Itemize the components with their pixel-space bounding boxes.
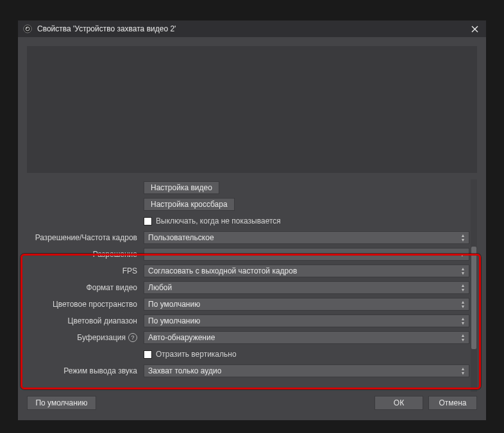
updown-icon: ▲▼ [459, 366, 467, 376]
updown-icon: ▲▼ [459, 266, 467, 276]
video-format-value: Любой [148, 283, 172, 292]
window-title: Свойства 'Устройство захвата видео 2' [37, 24, 463, 33]
close-icon [471, 26, 478, 33]
dialog-footer: По умолчанию ОК Отмена [27, 392, 477, 411]
resolution-select[interactable]: ⌄ [144, 248, 469, 261]
row-color-range: Цветовой диапазон По умолчанию ▲▼ [27, 313, 469, 329]
flip-vertical-checkbox[interactable] [144, 350, 152, 359]
audio-output-mode-value: Захват только аудио [148, 366, 221, 375]
buffering-value: Авто-обнаружение [148, 333, 215, 342]
settings-scroll-area: Настройка видео Настройка кроссбара Выкл… [27, 179, 477, 392]
color-space-value: По умолчанию [148, 300, 200, 309]
turn-off-hidden-checkbox[interactable] [144, 217, 152, 225]
row-turn-off-hidden: Выключать, когда не показывается [27, 213, 469, 229]
updown-icon: ▲▼ [459, 282, 467, 293]
row-video-format: Формат видео Любой ▲▼ [27, 279, 469, 296]
properties-dialog: Свойства 'Устройство захвата видео 2' На… [18, 20, 486, 420]
video-settings-button[interactable]: Настройка видео [144, 181, 219, 194]
video-preview [27, 46, 477, 173]
color-range-value: По умолчанию [148, 316, 200, 325]
row-buffering: Буферизация ? Авто-обнаружение ▲▼ [27, 329, 469, 346]
label-resolution: Разрешение [27, 250, 139, 259]
label-audio-output-mode: Режим вывода звука [27, 366, 139, 375]
scrollbar[interactable] [471, 179, 477, 392]
updown-icon: ▲▼ [459, 299, 467, 309]
fps-select[interactable]: Согласовать с выходной частотой кадров ▲… [144, 265, 469, 277]
fps-value: Согласовать с выходной частотой кадров [148, 266, 297, 275]
label-fps: FPS [27, 266, 139, 275]
svg-point-2 [26, 28, 28, 29]
ok-button[interactable]: ОК [374, 396, 423, 410]
color-range-select[interactable]: По умолчанию ▲▼ [144, 315, 469, 327]
titlebar: Свойства 'Устройство захвата видео 2' [18, 20, 486, 37]
svg-point-0 [24, 25, 31, 33]
obs-icon [23, 24, 32, 33]
turn-off-hidden-label: Выключать, когда не показывается [156, 216, 281, 225]
defaults-button[interactable]: По умолчанию [27, 396, 96, 410]
updown-icon: ▲▼ [459, 332, 467, 343]
label-resolution-fps: Разрешение/Частота кадров [27, 233, 139, 242]
dialog-body: Настройка видео Настройка кроссбара Выкл… [18, 37, 486, 420]
label-color-space: Цветовое пространство [27, 300, 139, 309]
chevron-down-icon: ⌄ [458, 249, 466, 260]
scrollbar-thumb[interactable] [471, 247, 476, 349]
close-button[interactable] [468, 22, 481, 35]
label-color-range: Цветовой диапазон [27, 316, 139, 325]
row-flip-vertical: Отразить вертикально [27, 346, 469, 363]
flip-vertical-label: Отразить вертикально [156, 350, 237, 359]
updown-icon: ▲▼ [459, 233, 467, 243]
buffering-select[interactable]: Авто-обнаружение ▲▼ [144, 331, 469, 344]
row-video-settings: Настройка видео [27, 179, 469, 196]
label-video-format: Формат видео [27, 283, 139, 292]
row-resolution: Разрешение ⌄ [27, 246, 469, 263]
crossbar-settings-button[interactable]: Настройка кроссбара [144, 198, 235, 211]
resolution-fps-value: Пользовательское [148, 233, 214, 242]
label-buffering: Буферизация [77, 333, 126, 342]
color-space-select[interactable]: По умолчанию ▲▼ [144, 298, 469, 311]
row-crossbar-settings: Настройка кроссбара [27, 196, 469, 213]
row-color-space: Цветовое пространство По умолчанию ▲▼ [27, 296, 469, 313]
video-format-select[interactable]: Любой ▲▼ [144, 281, 469, 294]
row-fps: FPS Согласовать с выходной частотой кадр… [27, 263, 469, 279]
help-icon[interactable]: ? [128, 333, 137, 342]
audio-output-mode-select[interactable]: Захват только аудио ▲▼ [144, 364, 469, 377]
cancel-button[interactable]: Отмена [428, 396, 477, 410]
row-resolution-fps: Разрешение/Частота кадров Пользовательск… [27, 229, 469, 246]
resolution-fps-select[interactable]: Пользовательское ▲▼ [144, 231, 469, 244]
row-audio-output-mode: Режим вывода звука Захват только аудио ▲… [27, 363, 469, 379]
updown-icon: ▲▼ [459, 316, 467, 326]
